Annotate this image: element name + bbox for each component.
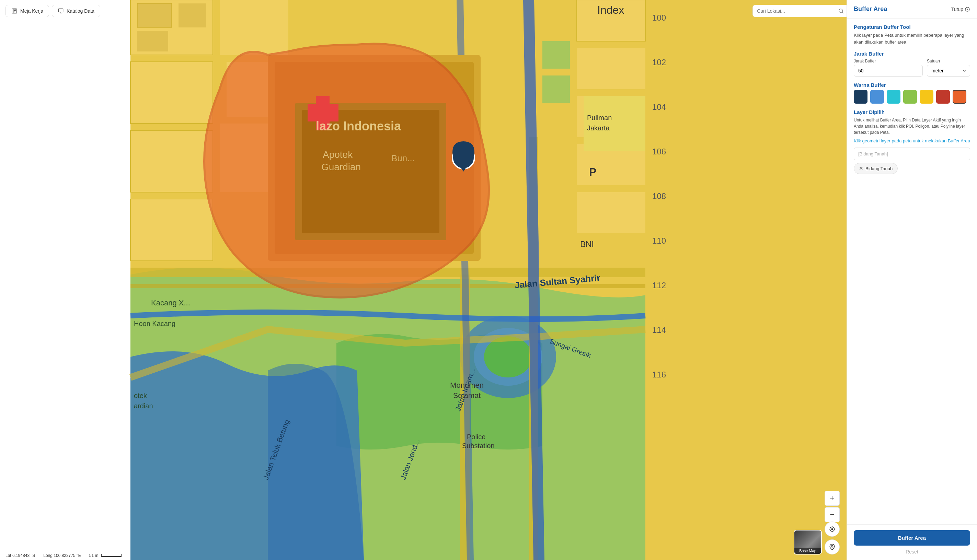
katalog-icon: [58, 8, 64, 14]
svg-rect-11: [137, 31, 168, 52]
svg-rect-9: [137, 3, 172, 27]
svg-rect-69: [13, 11, 14, 12]
map-container[interactable]: lazo Indonesia Apotek Guardian Bun... 10…: [0, 0, 489, 280]
meja-kerja-button[interactable]: Meja Kerja: [5, 5, 49, 17]
meja-kerja-icon: [11, 8, 17, 14]
svg-text:lazo Indonesia: lazo Indonesia: [316, 119, 401, 133]
svg-text:Apotek: Apotek: [323, 149, 353, 160]
svg-rect-12: [130, 62, 213, 123]
svg-rect-13: [130, 130, 213, 192]
svg-rect-67: [13, 10, 14, 11]
svg-rect-15: [220, 0, 288, 55]
svg-text:Guardian: Guardian: [321, 162, 361, 172]
katalog-data-button[interactable]: Katalog Data: [52, 5, 100, 17]
svg-rect-14: [130, 199, 213, 261]
svg-rect-70: [58, 8, 63, 12]
svg-text:Bun...: Bun...: [391, 153, 415, 163]
svg-rect-10: [179, 3, 206, 27]
svg-rect-68: [15, 10, 16, 11]
svg-rect-66: [12, 8, 17, 13]
